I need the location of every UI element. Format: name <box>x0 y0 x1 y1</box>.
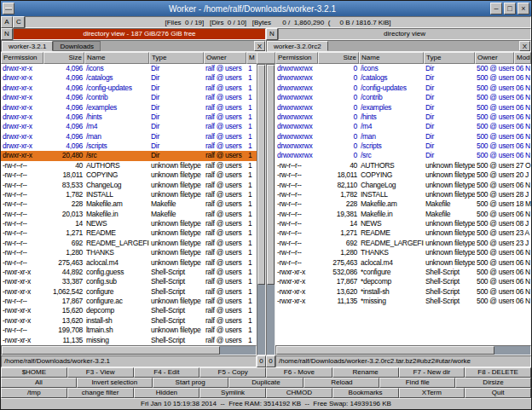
command-button[interactable]: Rename <box>332 367 399 378</box>
file-row[interactable]: -rw-r--r-- 40 AUTHORS unknown filetype 5… <box>275 161 531 170</box>
file-row[interactable]: -rw-r--r-- 19,381 Makefile.in Makefile 5… <box>275 210 531 219</box>
file-row[interactable]: drwxrwxrwx 0 /hints Dir 500 @ users 06 N <box>275 113 531 122</box>
file-row[interactable]: -rwxr-xr-x 11,135 *missing Shell-Script … <box>275 297 531 306</box>
right-horizontal-scrollbar[interactable] <box>275 345 531 355</box>
file-row[interactable]: drwxrwxrwx 0 /icons Dir 500 @ users 06 N <box>275 64 531 73</box>
file-row[interactable]: drwxrwxrwx 0 /scripts Dir 500 @ users 06… <box>275 141 531 151</box>
file-row[interactable]: -rw-r--r-- 14 NEWS unknown filetype ralf… <box>1 219 257 228</box>
file-row[interactable]: drwxr-xr-x 4,096 /contrib Dir ralf @ use… <box>1 93 257 102</box>
file-row[interactable]: -rw-r--r-- 199,708 ltmain.sh unknown fil… <box>1 326 257 335</box>
window-menu-icon[interactable] <box>3 3 14 14</box>
column-header-modified[interactable]: Modif <box>514 52 531 64</box>
command-button[interactable]: Find file <box>379 378 455 388</box>
file-row[interactable]: drwxrwxrwx 0 /man Dir 500 @ users 06 N <box>275 132 531 141</box>
file-row[interactable]: -rw-r--r-- 1,271 README unknown filetype… <box>1 228 257 238</box>
file-row[interactable]: drwxr-xr-x 4,096 /hints Dir ralf @ users… <box>1 113 257 122</box>
tab[interactable]: Downloads <box>53 41 101 51</box>
left-vertical-scrollbar-thumb[interactable] <box>257 65 265 285</box>
left-vertical-scrollbar[interactable] <box>257 64 266 355</box>
file-row[interactable]: -rwxr-xr-x 15,620 depcomp Shell-Script r… <box>1 306 257 315</box>
column-header-permission[interactable]: Permission <box>1 52 43 64</box>
file-row[interactable]: drwxr-xr-x 20,480 /src Dir ralf @ users … <box>1 151 257 160</box>
file-row[interactable]: -rw-r--r-- 692 README_LARGEFILES unknown… <box>275 239 531 248</box>
file-row[interactable]: -rw-r--r-- 14 NEWS unknown filetype 500 … <box>275 219 531 228</box>
command-button[interactable]: Quit <box>465 388 531 398</box>
command-button[interactable]: F4 - Edit <box>134 367 200 378</box>
file-row[interactable]: drwxrwxrwx 0 /examples Dir 500 @ users 0… <box>275 103 531 113</box>
left-mode-button[interactable]: N <box>1 28 13 40</box>
file-row[interactable]: drwxr-xr-x 4,096 /m4 Dir ralf @ users 1 <box>1 122 257 131</box>
right-vertical-scrollbar[interactable] <box>266 64 275 355</box>
file-row[interactable]: drwxr-xr-x 4,096 /man Dir ralf @ users 1 <box>1 132 257 141</box>
command-button[interactable]: Hidden <box>134 388 200 398</box>
file-row[interactable]: -rw-r--r-- 692 README_LARGEFILES unknown… <box>1 239 257 248</box>
command-button[interactable]: Symlink <box>200 388 266 398</box>
command-button[interactable]: /tmp <box>1 388 67 398</box>
file-row[interactable]: -rw-r--r-- 1,280 THANKS unknown filetype… <box>275 248 531 257</box>
left-scroll-position-button[interactable]: 0 <box>257 355 266 367</box>
right-vertical-scrollbar-thumb[interactable] <box>267 65 275 285</box>
file-row[interactable]: -rw-r--r-- 18,011 COPYING unknown filety… <box>275 170 531 180</box>
column-header-type[interactable]: Type <box>149 52 204 64</box>
right-path-bar[interactable]: /home/ralf/Downloads/worker-3.2.0rc2.tar… <box>275 355 531 367</box>
command-button[interactable]: XTerm <box>399 388 466 398</box>
command-button[interactable]: F3 - View <box>67 367 134 378</box>
select-all-button[interactable]: A <box>1 16 13 28</box>
command-button[interactable]: F8 - DELETE <box>465 367 531 378</box>
file-row[interactable]: drwxr-xr-x 4,096 /icons Dir ralf @ users… <box>1 64 257 73</box>
left-horizontal-scrollbar-thumb[interactable] <box>2 346 220 355</box>
left-path-bar[interactable]: /home/ralf/Downloads/worker-3.2.1 <box>1 355 257 367</box>
column-header-owner[interactable]: Owner <box>475 52 514 64</box>
column-header-owner[interactable]: Owner <box>204 52 246 64</box>
command-button[interactable]: F5 - Copy <box>200 367 266 378</box>
file-row[interactable]: drwxrwxrwx 0 /config-updates Dir 500 @ u… <box>275 84 531 93</box>
file-row[interactable]: drwxr-xr-x 4,096 /config-updates Dir ral… <box>1 84 257 93</box>
column-header-type[interactable]: Type <box>424 52 475 64</box>
file-row[interactable]: drwxrwxrwx 0 /src Dir 500 @ users 06 N <box>275 151 531 160</box>
file-row[interactable]: -rwxr-xr-x 13,620 *install-sh Shell-Scri… <box>275 287 531 297</box>
command-button[interactable]: change filter <box>67 388 134 398</box>
file-row[interactable]: -rw-r--r-- 1,782 INSTALL unknown filetyp… <box>1 190 257 199</box>
minimize-button[interactable]: – <box>490 3 502 14</box>
file-row[interactable]: -rwxr-xr-x 17,867 *depcomp Shell-Script … <box>275 277 531 286</box>
file-row[interactable]: -rw-r--r-- 17,867 configure.ac unknown f… <box>1 297 257 306</box>
right-scroll-position-button[interactable]: 0 <box>266 355 275 367</box>
file-row[interactable]: drwxrwxrwx 0 /contrib Dir 500 @ users 06… <box>275 93 531 102</box>
file-row[interactable]: -rw-r--r-- 228 Makefile.am Makefile 500 … <box>275 199 531 209</box>
file-row[interactable]: -rw-r--r-- 1,280 THANKS unknown filetype… <box>1 248 257 257</box>
tab[interactable]: worker-3.2.0rc2 <box>267 41 328 51</box>
command-button[interactable]: Dirsize <box>455 378 531 388</box>
file-row[interactable]: -rw-r--r-- 228 Makefile.am Makefile ralf… <box>1 199 257 209</box>
file-row[interactable]: drwxr-xr-x 4,096 /examples Dir ralf @ us… <box>1 103 257 113</box>
file-row[interactable]: -rwxr-xr-x 532,086 *configure Shell-Scri… <box>275 268 531 277</box>
column-header-permission[interactable]: Permission <box>275 52 318 64</box>
command-button[interactable]: F6 - Move <box>266 367 332 378</box>
file-row[interactable]: -rwxr-xr-x 33,387 config.sub Shell-Scrip… <box>1 277 257 286</box>
titlebar[interactable]: Worker - /home/ralf/Downloads/worker-3.2… <box>1 1 531 16</box>
right-tab-close-button[interactable]: X <box>519 41 530 51</box>
column-header-size[interactable]: Size <box>43 52 84 64</box>
file-row[interactable]: -rw-r--r-- 275,463 aclocal.m4 unknown fi… <box>1 258 257 268</box>
file-row[interactable]: -rw-r--r-- 1,271 README unknown filetype… <box>275 228 531 238</box>
file-row[interactable]: -rwxr-xr-x 11,135 missing Shell-Script r… <box>1 336 257 345</box>
command-button[interactable]: Invert selection <box>77 378 153 388</box>
column-header-name[interactable]: Name <box>359 52 424 64</box>
file-row[interactable]: drwxr-xr-x 4,096 /catalogs Dir ralf @ us… <box>1 73 257 83</box>
maximize-button[interactable]: □ <box>504 3 516 14</box>
file-row[interactable]: -rwxr-xr-x 1,062,542 configure Shell-Scr… <box>1 287 257 297</box>
left-tab-close-button[interactable]: X <box>254 41 265 51</box>
command-button[interactable]: Duplicate <box>228 378 304 388</box>
file-row[interactable]: -rw-r--r-- 40 AUTHORS unknown filetype r… <box>1 161 257 170</box>
file-row[interactable]: -rw-r--r-- 20,013 Makefile.in Makefile r… <box>1 210 257 219</box>
right-mode-button[interactable]: N <box>266 28 278 40</box>
right-horizontal-scrollbar-thumb[interactable] <box>276 346 494 355</box>
left-horizontal-scrollbar[interactable] <box>1 345 257 355</box>
tab[interactable]: worker-3.2.1 <box>2 41 53 51</box>
close-button[interactable]: × <box>518 3 529 14</box>
command-button[interactable]: F7 - New dir <box>399 367 466 378</box>
column-header-name[interactable]: Name <box>84 52 149 64</box>
file-row[interactable]: drwxrwxrwx 0 /m4 Dir 500 @ users 06 N <box>275 122 531 131</box>
command-button[interactable]: CHMOD <box>266 388 332 398</box>
file-row[interactable]: -rw-r--r-- 1,782 INSTALL unknown filetyp… <box>275 190 531 199</box>
command-button[interactable]: All <box>1 378 77 388</box>
